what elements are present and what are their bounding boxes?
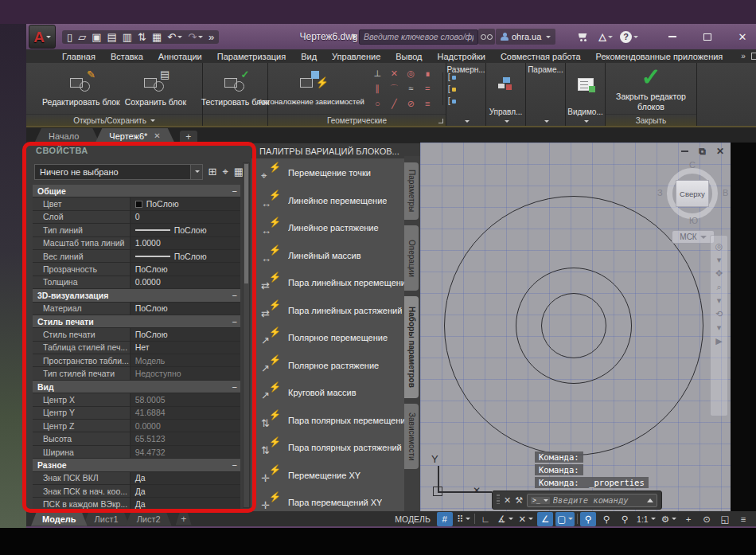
property-row[interactable]: Прозрачность ПоСлою − (33, 263, 240, 276)
palette-tab[interactable]: Операции (404, 225, 419, 291)
ribbon-tab[interactable]: Совместная работа (501, 52, 581, 61)
object-snap-icon[interactable]: ▢ (555, 512, 575, 526)
viewcube-east[interactable]: В (723, 188, 728, 197)
panel-dimensional[interactable]: Размерн... (446, 63, 486, 126)
object-type-select[interactable]: Ничего не выбрано (34, 164, 203, 180)
smooth-constraint-icon[interactable]: ≈ (408, 84, 413, 93)
help-button[interactable]: ? (620, 29, 638, 45)
new-layout-button[interactable]: + (176, 513, 192, 526)
workspace-gear-icon[interactable]: ⚙ (660, 512, 678, 526)
drawing-viewport[interactable]: ⧉ ✕ С Ю З В Сверху МСК ◎▾✥⌕▾⟲▾▶ Y ✕ Кома… (420, 143, 731, 511)
restore-icon[interactable]: ⧉ (699, 146, 706, 157)
ribbon-overflow-icon[interactable]: » (741, 52, 746, 61)
concentric-constraint-icon[interactable]: ◎ (407, 69, 415, 78)
property-value[interactable]: ПоСлою (131, 250, 240, 262)
layout-tab[interactable]: Модель (31, 512, 88, 526)
isolate-objects-icon[interactable]: ⊙ (699, 512, 715, 526)
command-input[interactable]: >_ Введите команду (527, 494, 657, 507)
panel-manage[interactable]: Управл... (486, 63, 526, 126)
osnap-tracking-icon[interactable]: ∠ (537, 512, 553, 526)
coincident-constraint-icon[interactable]: ○ (375, 100, 380, 108)
property-row[interactable]: Масштаб типа линий 1.0000 − (33, 237, 240, 250)
undo-icon[interactable]: ↶ (167, 32, 182, 42)
auto-constrain-button[interactable]: ⚡ Автоналожение зависимостей (258, 71, 364, 106)
annotation-scale-icon[interactable]: ⚲ (617, 512, 633, 526)
fix-constraint-icon[interactable]: ✕ (391, 69, 398, 78)
symmetric-constraint-icon[interactable]: ⊘ (407, 100, 415, 108)
scrollbar-thumb[interactable] (244, 164, 248, 283)
file-tab[interactable]: Чертеж6*✕ (95, 128, 174, 143)
zoom-icon[interactable]: ⌕ (716, 283, 721, 291)
scale-value[interactable]: 1:1 (635, 512, 657, 526)
property-row[interactable]: Стиль печати − (33, 315, 240, 328)
palette-tab[interactable]: Параметры (404, 162, 419, 220)
palette-item[interactable]: ⇅⚡ Пара полярных растяжений (251, 434, 404, 462)
new-file-icon[interactable]: ▯ (67, 32, 72, 42)
layout-tab[interactable]: Лист2 (126, 512, 172, 526)
property-row[interactable]: Знак ПСК в нач. коо... Да − (33, 485, 240, 498)
app-store-cart-button[interactable] (575, 29, 591, 45)
palette-item[interactable]: ⇄⚡ Пара линейных растяжений (251, 297, 404, 325)
section-collapse-button[interactable]: − (232, 381, 237, 393)
property-row[interactable]: Тип стилей печати Недоступно − (33, 367, 240, 380)
open-file-icon[interactable]: ▱ (78, 32, 86, 42)
caret-icon[interactable]: ▾ (717, 323, 722, 332)
separator[interactable] (577, 514, 578, 524)
property-row[interactable]: Центр Y 41.6884 − (33, 407, 240, 420)
pickadd-toggle-icon[interactable]: ⊞ (208, 166, 216, 177)
palette-item[interactable]: ↗⚡ Круговой массив (251, 379, 404, 407)
property-row[interactable]: Вес линий ПоСлою − (33, 250, 240, 263)
clean-screen-icon[interactable]: ◱ (717, 512, 733, 526)
ribbon-tab[interactable]: Аннотации (158, 52, 202, 61)
search-input[interactable]: Введите ключевое слово/фразу (359, 29, 478, 45)
property-value[interactable]: 0.0000 (131, 276, 240, 288)
property-value[interactable]: ПоСлою (131, 303, 240, 315)
save-as-icon[interactable]: ▤ (107, 32, 116, 42)
viewcube-west[interactable]: З (657, 188, 663, 197)
palette-item[interactable]: ↔⚡ Линейный массив (251, 242, 404, 270)
property-value[interactable]: Недоступно (131, 367, 240, 379)
property-value[interactable]: ПоСлою (131, 197, 240, 209)
model-space-label[interactable]: МОДЕЛЬ (395, 514, 431, 524)
equal-constraint-icon[interactable]: = (425, 84, 430, 93)
property-value[interactable]: 41.6884 (131, 407, 240, 419)
select-objects-icon[interactable]: ⌖ (222, 166, 228, 177)
tangent-constraint-icon[interactable]: ⌒ (390, 84, 399, 93)
property-row[interactable]: Вид − (33, 381, 240, 393)
property-row[interactable]: Ширина 94.4732 − (33, 446, 240, 459)
property-value[interactable]: Да (131, 498, 240, 510)
ribbon-tab[interactable]: Главная (62, 52, 95, 61)
save-block-button[interactable]: ▤ Сохранить блок (125, 71, 186, 107)
palette-tab[interactable]: Зависимости (404, 404, 419, 469)
viewcube-south[interactable]: Ю (689, 216, 698, 225)
close-icon[interactable]: ✕ (504, 495, 511, 506)
property-row[interactable]: Таблица стилей печ... Нет − (33, 342, 240, 354)
property-row[interactable]: Общие − (33, 185, 240, 197)
minimize-button[interactable] (665, 29, 680, 44)
palette-item[interactable]: ✛⚡ Пара перемещений XY (251, 489, 404, 511)
property-value[interactable]: 58.0005 (131, 393, 240, 405)
transfer-icon[interactable]: ⇅ (138, 32, 146, 42)
account-button[interactable]: ohra.ua (496, 29, 555, 45)
application-menu-button[interactable]: A (29, 25, 56, 49)
isodraft-icon[interactable]: ✕ (517, 512, 536, 526)
panel-label-open-save[interactable]: Открыть/Сохранить (26, 114, 202, 126)
close-button[interactable]: ✕ (735, 29, 750, 44)
property-row[interactable]: Центр X 58.0005 − (33, 393, 240, 406)
search-expand-icon[interactable] (353, 33, 357, 40)
save-icon[interactable]: ▣ (92, 32, 101, 42)
perpendicular-constraint-icon[interactable]: ⊥ (373, 69, 381, 78)
property-value[interactable]: ПоСлою (131, 328, 240, 340)
property-row[interactable]: Разное − (33, 459, 240, 471)
section-collapse-button[interactable]: − (232, 289, 237, 301)
caret-icon[interactable]: ▾ (717, 296, 722, 305)
property-value[interactable]: Да (131, 485, 240, 497)
expand-history-icon[interactable] (647, 498, 653, 502)
ribbon-tab[interactable]: Надстройки (438, 52, 485, 61)
property-row[interactable]: Высота 65.5123 − (33, 432, 240, 445)
close-block-editor-button[interactable]: ✓ Закрыть редактор блоков (611, 65, 691, 111)
palette-item[interactable]: ✛⚡ Перемещение XY (251, 462, 404, 490)
vertical-constraint-icon[interactable]: ≡ (425, 100, 430, 108)
property-row[interactable]: Слой 0 − (33, 211, 240, 224)
palette-item[interactable]: ↔⚡ Линейное перемещение (251, 187, 404, 215)
